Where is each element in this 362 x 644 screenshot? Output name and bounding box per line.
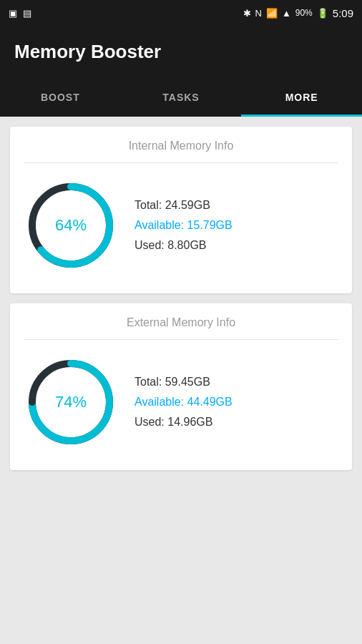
internal-memory-title: Internal Memory Info [24,140,338,163]
tab-boost[interactable]: BOOST [0,79,121,117]
tab-tasks[interactable]: TASKS [121,79,242,117]
internal-available: Available: 15.79GB [134,219,233,232]
wifi-icon: 📶 [266,8,278,19]
external-total: Total: 59.45GB [134,376,233,389]
svg-point-5 [29,399,36,406]
sim-icon: ▣ [9,8,17,19]
external-memory-title: External Memory Info [24,316,338,340]
nfc-icon: N [255,8,262,19]
internal-used: Used: 8.80GB [134,239,233,252]
image-icon: ▤ [23,8,31,19]
app-title: Memory Booster [14,41,161,63]
external-memory-percent: 74% [55,393,87,411]
external-memory-card: External Memory Info 74% Total: 59.45GB … [10,303,352,470]
external-memory-body: 74% Total: 59.45GB Available: 44.49GB Us… [24,350,338,454]
internal-total: Total: 24.59GB [134,199,233,212]
status-time: 5:09 [333,7,353,19]
tab-more[interactable]: MORE [241,79,362,117]
internal-memory-circle: 64% [24,179,117,272]
status-bar-left: ▣ ▤ [9,8,239,19]
internal-memory-percent: 64% [55,216,87,235]
external-memory-info: Total: 59.45GB Available: 44.49GB Used: … [134,376,233,429]
status-bar: ▣ ▤ ✱ N 📶 ▲ 90% 🔋 5:09 [0,0,362,26]
internal-memory-body: 64% Total: 24.59GB Available: 15.79GB Us… [24,173,338,278]
external-memory-circle: 74% [24,356,117,449]
external-used: Used: 14.96GB [134,416,233,429]
signal-icon: ▲ [282,8,291,19]
svg-point-2 [29,222,36,229]
app-header: Memory Booster [0,26,362,77]
internal-memory-card: Internal Memory Info 64% Total: 24.59GB … [10,127,352,293]
bluetooth-icon: ✱ [243,8,251,19]
status-bar-right: ✱ N 📶 ▲ 90% 🔋 5:09 [243,7,354,19]
tab-bar: BOOST TASKS MORE [0,77,362,117]
main-content: Internal Memory Info 64% Total: 24.59GB … [0,117,362,480]
external-available: Available: 44.49GB [134,396,233,409]
battery-icon: 🔋 [317,8,328,19]
battery-indicator: 90% [295,8,313,18]
internal-memory-info: Total: 24.59GB Available: 15.79GB Used: … [134,199,233,252]
